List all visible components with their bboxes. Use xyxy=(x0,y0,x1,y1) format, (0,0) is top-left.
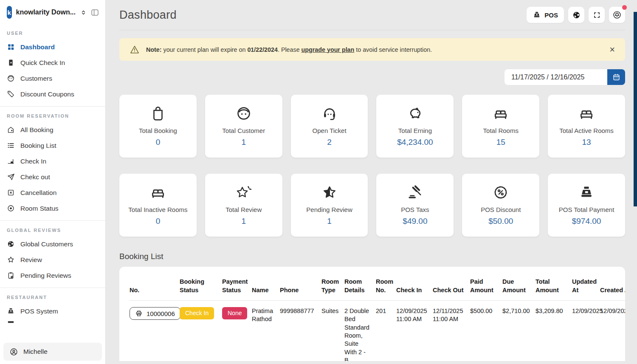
pos-button[interactable]: POS xyxy=(527,7,564,23)
sidebar-item-label: Booking List xyxy=(20,142,56,150)
sidebar-item-dashboard[interactable]: Dashboard xyxy=(0,39,105,55)
cell-room-no: 201 xyxy=(376,301,396,361)
fullscreen-button[interactable] xyxy=(589,7,605,23)
col-room-details: Room Details xyxy=(344,267,376,301)
sidebar-item-check-in[interactable]: Check In xyxy=(0,153,105,169)
calendar-button[interactable] xyxy=(607,69,625,85)
col-check-in: Check In xyxy=(396,267,433,301)
menu-board-icon xyxy=(7,320,15,324)
headset-icon xyxy=(321,105,338,121)
booking-number: 10000006 xyxy=(147,310,175,317)
grid-icon xyxy=(7,43,15,51)
booking-list-title: Booking List xyxy=(119,252,625,261)
stat-label: Total Booking xyxy=(139,127,177,134)
stat-label: POS Discount xyxy=(481,206,521,213)
stat-card-pending-review: Pending Review 1 xyxy=(291,174,368,237)
stat-card-pos-total-payment: POS Total Payment $974.00 xyxy=(548,174,625,237)
printer-icon xyxy=(135,310,143,317)
table-header-row: No. Booking Status Payment Status Name P… xyxy=(130,267,625,301)
banner-text-1: your current plan will expire on xyxy=(162,46,248,53)
sidebar-item-label: Dashboard xyxy=(20,43,55,51)
stat-value: 0 xyxy=(156,217,161,226)
sidebar-item-room-status[interactable]: Room Status xyxy=(0,200,105,216)
sidebar-item-label: Customers xyxy=(20,75,52,82)
sidebar-item-label: POS System xyxy=(20,308,58,315)
user-menu[interactable]: Michelle xyxy=(3,343,102,361)
sidebar-item-label: Global Customers xyxy=(20,240,73,248)
sidebar-item-label: Room Status xyxy=(20,205,59,212)
upgrade-plan-link[interactable]: upgrade your plan xyxy=(302,46,355,53)
notifications-button[interactable] xyxy=(609,7,625,23)
cash-register-icon xyxy=(578,184,595,200)
sidebar-item-label: Cancellation xyxy=(20,189,56,197)
cell-check-out: 12/11/2025 11:00 AM xyxy=(433,301,470,361)
sidebar-item-review[interactable]: Review xyxy=(0,252,105,268)
stat-label: Total Rooms xyxy=(483,127,519,134)
stat-value: 0 xyxy=(156,138,161,147)
sidebar-item-customers[interactable]: Customers xyxy=(0,71,105,86)
col-due-amount: Due Amount xyxy=(502,267,536,301)
close-icon[interactable]: × xyxy=(609,45,615,54)
shopping-bag-icon xyxy=(150,105,166,121)
banner-note-prefix: Note: xyxy=(146,46,162,53)
stat-card-pos-discount: POS Discount $50.00 xyxy=(462,174,539,237)
sidebar-toggle-icon[interactable] xyxy=(90,8,99,17)
cell-due-amount: $2,710.00 xyxy=(502,301,536,361)
col-total-amount: Total Amount xyxy=(536,267,572,301)
cell-paid-amount: $500.00 xyxy=(470,301,502,361)
stat-value: $4,234.00 xyxy=(397,138,433,147)
stat-value: $974.00 xyxy=(572,217,601,226)
section-label-room-reservation: ROOM RESERVATION xyxy=(0,107,105,122)
cell-room-details: 2 Double Bed Standard Room, Suite With 2… xyxy=(344,301,376,361)
print-booking-button[interactable]: 10000006 xyxy=(130,307,180,320)
col-updated-at: Updated At xyxy=(572,267,600,301)
customer-face-icon xyxy=(7,74,15,82)
content: Note: your current plan will expire on 0… xyxy=(106,30,637,361)
chevron-expand-icon[interactable] xyxy=(81,9,86,16)
col-phone: Phone xyxy=(280,267,321,301)
language-button[interactable] xyxy=(568,7,584,23)
stat-card-total-review: Total Review 1 xyxy=(205,174,282,237)
booking-list-table: No. Booking Status Payment Status Name P… xyxy=(119,267,625,361)
sidebar-item-cancellation[interactable]: Cancellation xyxy=(0,185,105,200)
sidebar-item-discount-coupons[interactable]: Discount Coupons xyxy=(0,86,105,102)
col-paid-amount: Paid Amount xyxy=(470,267,502,301)
sidebar-item-quick-check-in[interactable]: Quick Check In xyxy=(0,55,105,71)
stat-label: Pending Review xyxy=(306,206,352,213)
col-booking-status: Booking Status xyxy=(180,267,222,301)
cell-check-in: 12/09/2025 11:00 AM xyxy=(396,301,433,361)
door-icon xyxy=(7,59,15,67)
header-actions: POS xyxy=(527,7,625,23)
sidebar-item-label: Chekc out xyxy=(20,173,50,181)
stat-label: POS Total Payment xyxy=(559,206,614,213)
sidebar-item-global-customers[interactable]: Global Customers xyxy=(0,236,105,252)
piggy-bank-icon xyxy=(407,105,423,121)
scrollbar-thumb[interactable] xyxy=(634,12,637,206)
date-range-input[interactable] xyxy=(505,69,607,85)
divider xyxy=(0,220,105,221)
sidebar-item-label: Review xyxy=(20,256,42,264)
cell-created-at: 12/09/2025 xyxy=(600,301,625,361)
discount-seal-icon xyxy=(493,184,509,200)
banner-text-2: . Please xyxy=(278,46,302,53)
sidebar-item-pending-reviews[interactable]: Pending Reviews xyxy=(0,268,105,283)
payment-status-badge: None xyxy=(222,307,247,319)
workspace-switcher[interactable]: k knowlarity Down... xyxy=(0,0,105,24)
col-room-type: Room Type xyxy=(321,267,344,301)
globe-icon xyxy=(572,11,581,20)
customer-face-icon xyxy=(236,105,252,121)
sidebar-item-chekc-out[interactable]: Chekc out xyxy=(0,169,105,185)
stat-value: $50.00 xyxy=(488,217,513,226)
cell-room-type: Suites xyxy=(321,301,344,361)
cell-name: Pratima Rathod xyxy=(252,301,280,361)
sidebar-item-pos-system[interactable]: POS System xyxy=(0,303,105,319)
clipboard-clock-icon xyxy=(7,271,15,279)
col-name: Name xyxy=(252,267,280,301)
star-sparkle-icon xyxy=(236,184,252,200)
person-circle-icon xyxy=(9,347,18,356)
sidebar-item-partial[interactable] xyxy=(0,319,105,324)
sidebar-item-booking-list[interactable]: Booking List xyxy=(0,138,105,153)
col-payment-status: Payment Status xyxy=(222,267,252,301)
sidebar-item-all-booking[interactable]: All Booking xyxy=(0,122,105,138)
stat-value: 13 xyxy=(582,138,591,147)
